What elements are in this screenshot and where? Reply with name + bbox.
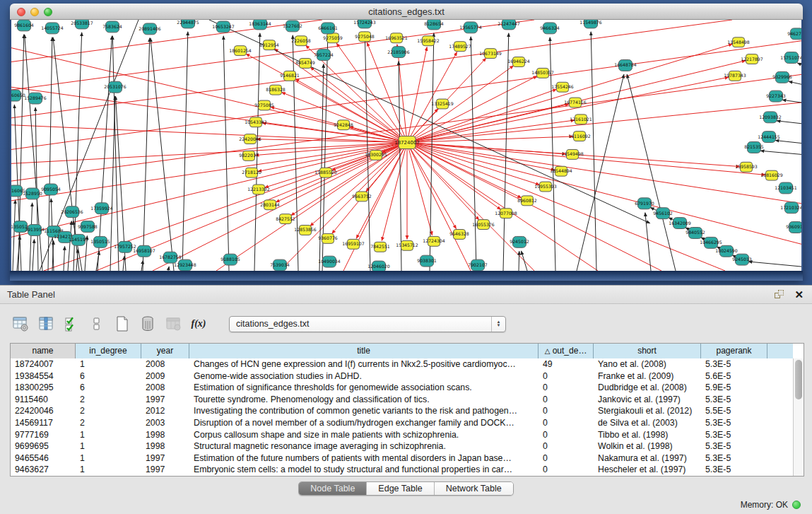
graph-node[interactable]: 20533817	[71, 20, 93, 29]
table-row[interactable]: 2242004622012Investigating the contribut…	[11, 405, 793, 417]
graph-node[interactable]: 9360912	[786, 222, 801, 233]
cell-year[interactable]: 2009	[141, 370, 189, 382]
graph-node[interactable]: 13325419	[431, 99, 454, 109]
cell-short[interactable]: Wolkin et al. (1998)	[594, 440, 701, 452]
cell-name[interactable]: 9115460	[11, 394, 76, 406]
graph-node[interactable]: 12923448	[174, 259, 196, 271]
table-row[interactable]: 969969511998Structural magnetic resonanc…	[11, 440, 793, 452]
graph-node[interactable]: 9397588	[78, 221, 98, 233]
show-columns-button[interactable]	[35, 313, 57, 334]
graph-node[interactable]: 20891406	[139, 23, 161, 35]
graph-node[interactable]: 16782759	[159, 252, 182, 263]
table-row[interactable]: 911546021997Tourette syndrome. Phenomeno…	[11, 394, 793, 406]
function-builder-button[interactable]: f(x)	[188, 313, 209, 334]
cell-short[interactable]: de Silva et al. (2003)	[594, 417, 701, 429]
unselect-all-columns-button[interactable]	[86, 313, 107, 334]
citation-network-graph[interactable]: 1860125489129542226058927505992750481696…	[11, 20, 801, 271]
graph-node[interactable]: 7583624	[102, 21, 122, 33]
graph-node[interactable]: 20531076	[104, 81, 126, 93]
cell-year[interactable]: 1997	[141, 464, 189, 476]
graph-node[interactable]: 22944875	[177, 20, 199, 28]
graph-node[interactable]: 18024590	[715, 245, 738, 257]
delete-columns-button[interactable]	[137, 313, 158, 334]
cell-short[interactable]: Tibbo et al. (1998)	[594, 429, 701, 441]
table-row[interactable]: 1938455462009Genome-wide association stu…	[11, 370, 793, 382]
tab-network-table[interactable]: Network Table	[434, 482, 513, 495]
graph-node[interactable]: 10816029	[760, 170, 783, 180]
cell-name[interactable]: 9463627	[11, 464, 76, 476]
graph-node[interactable]: 16648784	[614, 60, 637, 71]
graph-node[interactable]: 16958107	[133, 245, 155, 257]
graph-node[interactable]: 17359924	[90, 203, 113, 214]
graph-node[interactable]: 11549876	[579, 20, 602, 28]
cell-pagerank[interactable]: 5.3E-5	[701, 452, 767, 465]
graph-node[interactable]: 14055724	[41, 23, 64, 34]
cell-pagerank[interactable]: 5.9E-5	[701, 382, 767, 394]
cell-in_degree[interactable]: 1	[76, 440, 141, 452]
cell-out_degree[interactable]: 0	[539, 394, 594, 406]
graph-node[interactable]: 16959107	[342, 239, 365, 249]
cell-title[interactable]: Estimation of significance thresholds fo…	[189, 382, 539, 394]
graph-node[interactable]: 12213332	[247, 185, 270, 194]
graph-node[interactable]: 1528950	[23, 188, 42, 199]
cell-in_degree[interactable]: 1	[76, 429, 141, 441]
graph-node[interactable]: 22185906	[387, 47, 410, 58]
cell-name[interactable]: 22420046	[11, 405, 76, 417]
cell-title[interactable]: Estimation of the future numbers of pati…	[189, 452, 539, 465]
table-mode-button[interactable]	[10, 313, 31, 334]
graph-node[interactable]: 8912954	[259, 40, 279, 50]
graph-node[interactable]: 22420046	[239, 134, 261, 144]
graph-node[interactable]: 9242848	[334, 120, 353, 130]
table-row[interactable]: 946554611997Estimation of the future num…	[11, 452, 793, 465]
graph-node[interactable]: 15724243	[353, 20, 376, 28]
cell-title[interactable]: Tourette syndrome. Phenomenology and cla…	[189, 394, 539, 406]
graph-node[interactable]: 8427552	[276, 214, 295, 224]
graph-node[interactable]: 15958422	[417, 36, 440, 46]
graph-node[interactable]: 10673149	[479, 49, 502, 59]
cell-out_degree[interactable]: 0	[539, 452, 594, 465]
delete-table-button[interactable]	[163, 313, 184, 334]
graph-node[interactable]: 7842551	[370, 242, 390, 252]
cell-year[interactable]: 2008	[141, 358, 189, 370]
column-header-out_degree[interactable]: △ out_de…	[539, 344, 594, 358]
graph-node[interactable]: 9456102	[653, 208, 673, 219]
graph-node[interactable]: 1527602	[283, 21, 302, 32]
graph-node[interactable]: 9275085	[254, 100, 274, 110]
graph-node[interactable]: 9546328	[449, 229, 469, 239]
cell-short[interactable]: Stergiakouli et al. (2012)	[594, 405, 701, 417]
cell-in_degree[interactable]: 1	[76, 358, 141, 370]
cell-year[interactable]: 2008	[141, 382, 189, 394]
graph-node[interactable]: 2226058	[291, 36, 311, 46]
graph-node[interactable]: 9038301	[417, 255, 437, 267]
graph-node[interactable]: 9329966	[772, 71, 792, 83]
cell-title[interactable]: Investigating the contribution of common…	[189, 405, 539, 417]
tab-node-table[interactable]: Node Table	[299, 482, 366, 495]
network-canvas[interactable]: 1860125489129542226058927505992750481696…	[11, 20, 801, 271]
cell-out_degree[interactable]: 0	[539, 440, 594, 452]
cell-year[interactable]: 2012	[141, 405, 189, 417]
graph-node[interactable]: 12103451	[775, 182, 797, 194]
cell-in_degree[interactable]: 2	[76, 394, 141, 406]
graph-node[interactable]: 17554246	[551, 82, 574, 92]
graph-node[interactable]: 9095054	[41, 184, 61, 195]
network-table-select[interactable]: citations_edges.txt ▲▼	[229, 316, 506, 332]
cell-title[interactable]: Embryonic stem cells: a model to study s…	[189, 464, 539, 476]
graph-node[interactable]: 19565774	[459, 22, 482, 33]
table-row[interactable]: 1830029562008Estimation of significance …	[11, 382, 793, 394]
cell-short[interactable]: Yano et al. (2008)	[594, 358, 701, 370]
cell-out_degree[interactable]: 0	[539, 370, 594, 382]
cell-out_degree[interactable]: 0	[539, 382, 594, 394]
cell-pagerank[interactable]: 5.3E-5	[701, 464, 767, 476]
graph-node[interactable]: 15345712	[396, 240, 418, 250]
graph-node[interactable]: 9245013	[732, 254, 752, 265]
graph-node[interactable]: 9188105	[220, 254, 240, 265]
graph-node[interactable]: 9275048	[355, 32, 375, 42]
table-row[interactable]: 1456911722003Disruption of a novel membe…	[11, 417, 793, 429]
graph-node[interactable]: 15289476	[24, 93, 47, 104]
cell-title[interactable]: Disruption of a novel member of a sodium…	[189, 417, 539, 429]
graph-node[interactable]: 12077008	[495, 209, 517, 218]
graph-node[interactable]: 11548498	[727, 37, 750, 47]
cell-year[interactable]: 1998	[141, 440, 189, 452]
column-header-short[interactable]: short	[594, 344, 701, 358]
cell-name[interactable]: 9777169	[11, 429, 76, 441]
